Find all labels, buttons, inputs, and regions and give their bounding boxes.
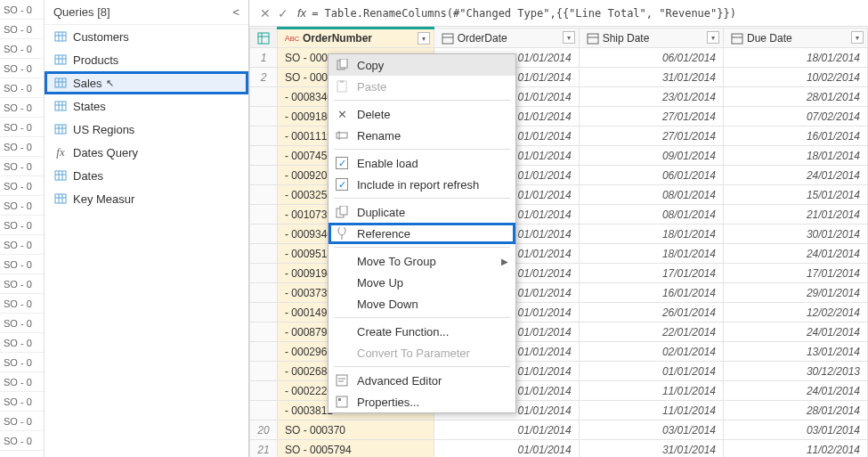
cell-ship-date[interactable]: 27/01/2014 [579,107,723,126]
cell-order-date[interactable]: 01/01/2014 [434,440,579,458]
cell-order-number[interactable]: SO - 000370 [278,420,434,440]
cell-due-date[interactable]: 07/02/2014 [723,107,867,126]
cell-ship-date[interactable]: 18/01/2014 [579,224,723,244]
cell-ship-date[interactable]: 06/01/2014 [579,166,723,185]
cell-ship-date[interactable]: 08/01/2014 [579,185,723,205]
cell-ship-date[interactable]: 26/01/2014 [579,303,723,322]
cell-ship-date[interactable]: 02/01/2014 [579,342,723,362]
cell-due-date[interactable]: 17/01/2014 [723,264,867,283]
ctx-sep [334,149,510,150]
left-row: SO - 0 [0,372,44,392]
cell-due-date[interactable]: 03/01/2014 [723,420,867,440]
query-label: Customers [73,30,129,44]
cancel-icon[interactable]: ✕ [256,6,274,20]
cell-due-date[interactable]: 10/02/2014 [723,68,867,87]
col-order-number[interactable]: ABC OrderNumber ▾ [278,29,434,48]
queries-header[interactable]: Queries [8] < [45,0,248,25]
filter-dropdown-icon[interactable]: ▾ [707,31,719,44]
cell-ship-date[interactable]: 17/01/2014 [579,264,723,283]
query-item-dates[interactable]: Dates [45,164,248,187]
commit-icon[interactable]: ✓ [274,6,292,20]
query-item-dates-query[interactable]: fxDates Query [45,141,248,164]
cell-due-date[interactable]: 21/01/2014 [723,205,867,224]
cell-due-date[interactable]: 28/01/2014 [723,87,867,107]
cell-order-date[interactable]: 01/01/2014 [434,420,579,440]
cell-due-date[interactable]: 15/01/2014 [723,185,867,205]
ctx-duplicate[interactable]: Duplicate [329,201,515,223]
cell-due-date[interactable]: 29/01/2014 [723,283,867,303]
cell-ship-date[interactable]: 31/01/2014 [579,440,723,458]
ctx-create-function[interactable]: Create Function... [329,321,515,342]
cell-ship-date[interactable]: 06/01/2014 [579,48,723,68]
table-row[interactable]: 21SO - 000579401/01/201431/01/201411/02/… [250,440,868,458]
query-item-us-regions[interactable]: US Regions [45,118,248,141]
cell-due-date[interactable]: 24/01/2014 [723,166,867,185]
ctx-move-up[interactable]: Move Up [329,272,515,293]
ctx-enable-load[interactable]: ✓ Enable load [329,152,515,174]
cell-due-date[interactable]: 30/12/2013 [723,362,867,381]
filter-dropdown-icon[interactable]: ▾ [851,31,864,44]
left-row: SO - 0 [0,353,44,372]
formula-text[interactable]: = Table.RenameColumns(#"Changed Type",{{… [312,7,736,20]
cell-ship-date[interactable]: 23/01/2014 [579,87,723,107]
col-ship-date[interactable]: Ship Date ▾ [579,29,723,48]
cell-ship-date[interactable]: 22/01/2014 [579,322,723,342]
cell-ship-date[interactable]: 09/01/2014 [579,146,723,166]
ctx-reference[interactable]: Reference [329,223,515,244]
ctx-properties[interactable]: Properties... [329,391,515,412]
cell-ship-date[interactable]: 18/01/2014 [579,244,723,264]
row-number [250,166,278,185]
delete-icon: ✕ [334,108,350,121]
ctx-copy[interactable]: Copy [329,54,515,76]
cell-ship-date[interactable]: 08/01/2014 [579,205,723,224]
cell-due-date[interactable]: 16/01/2014 [723,126,867,146]
cell-due-date[interactable]: 24/01/2014 [723,322,867,342]
query-item-states[interactable]: States [45,94,248,118]
ctx-rename[interactable]: Rename [329,125,515,146]
cell-due-date[interactable]: 30/01/2014 [723,224,867,244]
cell-ship-date[interactable]: 11/01/2014 [579,381,723,401]
query-item-products[interactable]: Products [45,48,248,71]
cell-order-number[interactable]: SO - 0005794 [278,440,434,458]
fx-icon[interactable]: fx [297,6,306,20]
cell-ship-date[interactable]: 31/01/2014 [579,68,723,87]
cell-due-date[interactable]: 11/02/2014 [723,440,867,458]
ctx-move-down[interactable]: Move Down [329,293,515,314]
cell-ship-date[interactable]: 16/01/2014 [579,283,723,303]
filter-dropdown-icon[interactable]: ▾ [418,32,430,45]
table-row[interactable]: 20SO - 00037001/01/201403/01/201403/01/2… [250,420,868,440]
cell-ship-date[interactable]: 03/01/2014 [579,420,723,440]
col-order-date[interactable]: OrderDate ▾ [434,29,579,48]
left-row: SO - 0 [0,294,44,314]
ctx-delete[interactable]: ✕ Delete [329,103,515,125]
row-number [250,283,278,303]
cell-due-date[interactable]: 18/01/2014 [723,146,867,166]
cell-ship-date[interactable]: 27/01/2014 [579,126,723,146]
left-row: SO - 0 [0,274,44,294]
svg-rect-12 [55,102,66,110]
svg-rect-8 [55,78,66,87]
row-number [250,146,278,166]
query-item-sales[interactable]: Sales↖ [45,71,248,94]
properties-icon [334,396,350,408]
table-icon [53,77,68,89]
query-item-customers[interactable]: Customers [45,25,248,48]
cell-due-date[interactable]: 24/01/2014 [723,244,867,264]
cell-due-date[interactable]: 18/01/2014 [723,48,867,68]
cell-due-date[interactable]: 24/01/2014 [723,381,867,401]
ctx-advanced-editor[interactable]: Advanced Editor [329,370,515,391]
cell-due-date[interactable]: 12/02/2014 [723,303,867,322]
filter-dropdown-icon[interactable]: ▾ [563,31,575,44]
ctx-include-refresh[interactable]: ✓ Include in report refresh [329,174,515,195]
cell-due-date[interactable]: 13/01/2014 [723,342,867,362]
corner-cell[interactable] [250,29,278,48]
cell-ship-date[interactable]: 01/01/2014 [579,362,723,381]
col-due-date[interactable]: Due Date ▾ [723,29,867,48]
svg-rect-50 [337,396,347,407]
cell-ship-date[interactable]: 11/01/2014 [579,401,723,420]
query-label: Products [73,53,118,67]
ctx-move-group[interactable]: Move To Group ▶ [329,250,515,272]
cell-due-date[interactable]: 28/01/2014 [723,401,867,420]
query-item-key-measur[interactable]: Key Measur [45,187,248,210]
collapse-chevron-icon[interactable]: < [232,5,239,19]
